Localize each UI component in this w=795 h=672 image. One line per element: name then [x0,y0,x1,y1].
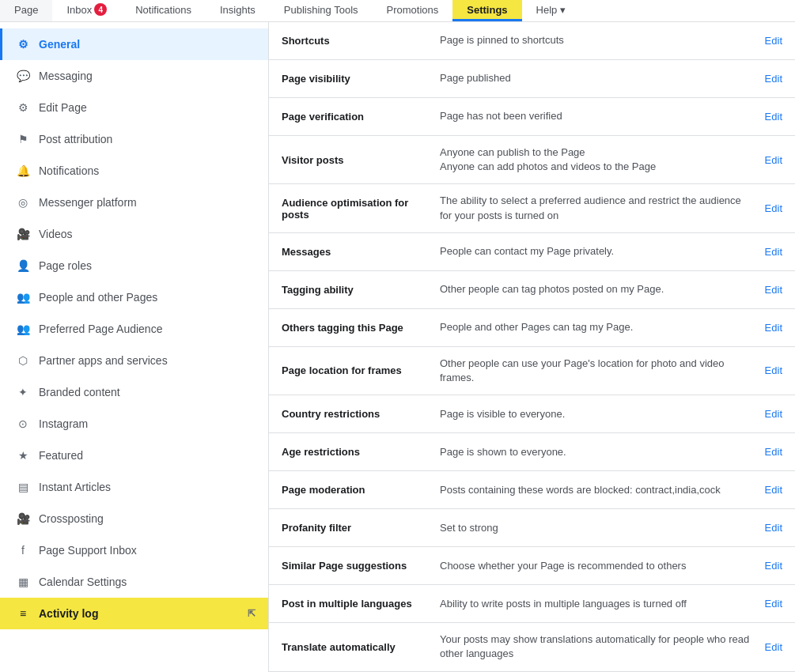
sidebar-label-instagram: Instagram [39,417,88,430]
sidebar-item-crossposting[interactable]: 🎥 Crossposting [0,503,268,534]
sidebar-item-featured[interactable]: ★ Featured [0,440,268,471]
settings-value-age-restrictions: Page is shown to everyone. [440,445,752,459]
settings-label-page-moderation: Page moderation [282,484,440,496]
settings-edit-audience-optimisation[interactable]: Edit [752,202,782,214]
sidebar-item-instant-articles[interactable]: ▤ Instant Articles [0,471,268,503]
settings-label-similar-page-suggestions: Similar Page suggestions [282,560,440,572]
nav-page[interactable]: Page [0,0,52,21]
settings-edit-tagging-ability[interactable]: Edit [752,284,782,296]
settings-row-age-restrictions: Age restrictions Page is shown to everyo… [269,433,795,471]
sidebar-label-messenger-platform: Messenger platform [39,196,137,209]
settings-value-similar-page-suggestions: Choose whether your Page is recommended … [440,559,752,573]
settings-edit-page-moderation[interactable]: Edit [752,484,782,496]
sidebar-label-partner-apps: Partner apps and services [39,354,168,367]
settings-value-profanity-filter: Set to strong [440,521,752,535]
nav-help[interactable]: Help ▾ [522,0,580,21]
settings-value-messages: People can contact my Page privately. [440,244,752,259]
sidebar-icon-videos: 🎥 [15,226,31,242]
sidebar-label-post-attribution: Post attribution [39,133,112,145]
sidebar-icon-edit-page: ⚙ [15,100,31,115]
sidebar-icon-notifications: 🔔 [15,163,31,179]
sidebar-label-preferred-page-audience: Preferred Page Audience [39,323,162,335]
settings-label-post-multiple-languages: Post in multiple languages [282,598,440,610]
settings-label-page-verification: Page verification [282,111,440,123]
nav-notifications[interactable]: Notifications [121,0,206,21]
settings-row-messages: Messages People can contact my Page priv… [269,233,795,271]
sidebar-item-page-support-inbox[interactable]: f Page Support Inbox [0,534,268,566]
sidebar-item-notifications[interactable]: 🔔 Notifications [0,155,268,187]
settings-row-page-location-frames: Page location for frames Other people ca… [269,347,795,395]
sidebar-item-videos[interactable]: 🎥 Videos [0,218,268,250]
nav-publishing-tools[interactable]: Publishing Tools [270,0,373,21]
settings-row-page-visibility: Page visibility Page published Edit [269,60,795,98]
sidebar-item-messaging[interactable]: 💬 Messaging [0,60,268,92]
sidebar-label-branded-content: Branded content [39,386,120,398]
nav-insights[interactable]: Insights [206,0,270,21]
settings-content: Shortcuts Page is pinned to shortcuts Ed… [269,22,795,672]
settings-row-profanity-filter: Profanity filter Set to strong Edit [269,509,795,547]
main-container: ⚙ General 💬 Messaging ⚙ Edit Page ⚑ Post… [0,22,795,672]
nav-inbox[interactable]: Inbox 4 [52,0,121,21]
sidebar-icon-page-roles: 👤 [15,258,31,274]
sidebar-label-edit-page: Edit Page [39,101,87,114]
settings-row-shortcuts: Shortcuts Page is pinned to shortcuts Ed… [269,22,795,60]
settings-edit-profanity-filter[interactable]: Edit [752,522,782,534]
settings-edit-messages[interactable]: Edit [752,246,782,258]
sidebar-icon-people-other-pages: 👥 [15,289,31,305]
settings-edit-visitor-posts[interactable]: Edit [752,154,782,166]
settings-edit-post-multiple-languages[interactable]: Edit [752,598,782,610]
settings-edit-page-visibility[interactable]: Edit [752,73,782,85]
sidebar-item-partner-apps[interactable]: ⬡ Partner apps and services [0,345,268,376]
sidebar-item-edit-page[interactable]: ⚙ Edit Page [0,92,268,123]
sidebar-item-people-other-pages[interactable]: 👥 People and other Pages [0,281,268,313]
sidebar-icon-featured: ★ [15,447,31,463]
settings-label-page-location-frames: Page location for frames [282,364,440,376]
sidebar-icon-instagram: ⊙ [15,416,31,432]
settings-edit-country-restrictions[interactable]: Edit [752,408,782,420]
sidebar-label-people-other-pages: People and other Pages [39,291,157,304]
sidebar-label-crossposting: Crossposting [39,512,104,525]
settings-edit-page-location-frames[interactable]: Edit [752,364,782,376]
sidebar-icon-crossposting: 🎥 [15,511,31,527]
sidebar-item-page-roles[interactable]: 👤 Page roles [0,250,268,281]
sidebar-item-preferred-page-audience[interactable]: 👥 Preferred Page Audience [0,313,268,345]
nav-settings[interactable]: Settings [452,0,521,21]
settings-edit-page-verification[interactable]: Edit [752,111,782,123]
settings-edit-translate-automatically[interactable]: Edit [752,641,782,653]
settings-value-page-moderation: Posts containing these words are blocked… [440,483,752,497]
sidebar-icon-post-attribution: ⚑ [15,131,31,147]
settings-label-country-restrictions: Country restrictions [282,408,440,420]
settings-edit-age-restrictions[interactable]: Edit [752,446,782,458]
settings-edit-shortcuts[interactable]: Edit [752,35,782,47]
settings-row-post-multiple-languages: Post in multiple languages Ability to wr… [269,585,795,623]
sidebar-item-general[interactable]: ⚙ General [0,28,268,60]
top-navigation: Page Inbox 4 Notifications Insights Publ… [0,0,795,22]
sidebar-item-branded-content[interactable]: ✦ Branded content [0,376,268,408]
settings-value-post-multiple-languages: Ability to write posts in multiple langu… [440,597,752,611]
sidebar-label-general: General [39,38,80,51]
settings-value-visitor-posts: Anyone can publish to the PageAnyone can… [440,145,752,174]
sidebar-item-post-attribution[interactable]: ⚑ Post attribution [0,123,268,155]
sidebar-icon-preferred-page-audience: 👥 [15,321,31,337]
settings-label-translate-automatically: Translate automatically [282,641,440,653]
sidebar-label-videos: Videos [39,228,73,240]
settings-edit-others-tagging[interactable]: Edit [752,322,782,334]
sidebar-icon-partner-apps: ⬡ [15,353,31,368]
settings-value-country-restrictions: Page is visible to everyone. [440,407,752,421]
settings-value-page-verification: Page has not been verified [440,109,752,123]
nav-promotions[interactable]: Promotions [373,0,453,21]
sidebar-item-calendar-settings[interactable]: ▦ Calendar Settings [0,566,268,598]
sidebar-icon-messaging: 💬 [15,68,31,84]
sidebar: ⚙ General 💬 Messaging ⚙ Edit Page ⚑ Post… [0,22,269,672]
settings-label-visitor-posts: Visitor posts [282,154,440,166]
settings-value-page-location-frames: Other people can use your Page's locatio… [440,357,752,385]
inbox-badge: 4 [94,3,107,16]
settings-value-translate-automatically: Your posts may show translations automat… [440,632,752,661]
sidebar-item-activity-log[interactable]: ≡ Activity log ⇱ [0,598,268,629]
settings-edit-similar-page-suggestions[interactable]: Edit [752,560,782,572]
sidebar-item-messenger-platform[interactable]: ◎ Messenger platform [0,187,268,218]
settings-value-others-tagging: People and other Pages can tag my Page. [440,320,752,334]
sidebar-item-instagram[interactable]: ⊙ Instagram [0,408,268,440]
sidebar-icon-page-support-inbox: f [15,542,31,558]
sidebar-label-calendar-settings: Calendar Settings [39,576,127,588]
